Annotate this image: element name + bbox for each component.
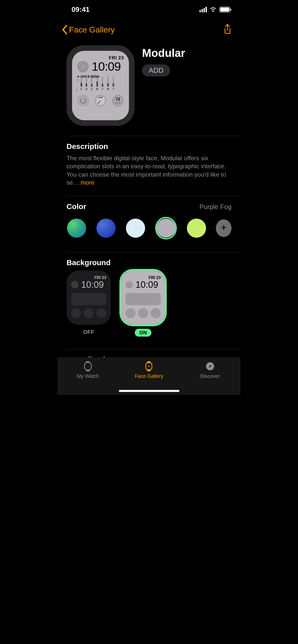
face-title: Modular	[142, 47, 185, 59]
watchface-time: 10:09	[92, 60, 121, 73]
back-label: Face Gallery	[69, 25, 115, 34]
tab-bar: My Watch Face Gallery Discover	[57, 357, 241, 395]
background-option-on[interactable]: FRI 23 10:09 ON	[121, 270, 165, 337]
description-more-link[interactable]: more	[81, 179, 94, 186]
color-swatch-blue[interactable]	[96, 217, 116, 239]
chart-bar: W	[107, 76, 109, 91]
background-heading: Background	[67, 258, 231, 267]
cup-complication: CUP	[94, 95, 107, 107]
chart-bar: S	[91, 76, 93, 91]
back-button[interactable]: Face Gallery	[61, 25, 115, 35]
watch-face-preview: FRI 23 10:09 ➤ UVI 6 HIGH	[67, 45, 135, 126]
color-section: Color Purple Fog +	[57, 196, 241, 252]
timer-complication	[77, 95, 89, 107]
background-option-off[interactable]: FRI 23 10:09 OFF	[67, 270, 111, 337]
location-icon: ➤	[77, 75, 80, 78]
svg-rect-1	[220, 8, 229, 12]
svg-point-7	[84, 362, 91, 371]
color-swatch-light-blue[interactable]	[126, 217, 146, 239]
svg-rect-2	[230, 9, 231, 11]
battery-icon	[219, 7, 231, 12]
svg-rect-11	[147, 361, 151, 363]
chart-bar: T	[102, 76, 103, 91]
svg-rect-8	[86, 361, 90, 363]
activity-rings-icon	[77, 61, 89, 72]
weather-complication: 72 64 88	[112, 95, 124, 107]
color-swatch-purple-fog[interactable]	[155, 217, 177, 239]
status-time: 09:41	[72, 6, 90, 14]
nav-bar: Face Gallery	[57, 16, 241, 41]
color-swatch-lime[interactable]	[186, 217, 206, 239]
chart-bar: M	[96, 76, 98, 91]
color-swatch-row: +	[67, 217, 231, 239]
watch-icon	[83, 361, 92, 371]
svg-rect-9	[86, 370, 90, 371]
tab-my-watch[interactable]: My Watch	[57, 361, 118, 395]
color-heading: Color	[67, 202, 86, 211]
face-gallery-icon	[145, 361, 153, 371]
description-section: Description The most flexible digital-st…	[57, 136, 241, 196]
background-section: Background FRI 23 10:09 OFF FRI 23 10:09	[57, 252, 241, 349]
home-indicator[interactable]	[119, 390, 179, 392]
watchface-uv-chart: 11 0 FSSMTWT	[77, 79, 124, 94]
chart-bar: T	[113, 76, 114, 91]
background-off-label: OFF	[83, 329, 94, 335]
color-swatch-green-gradient[interactable]	[67, 217, 86, 239]
share-button[interactable]	[223, 24, 232, 36]
svg-point-4	[80, 63, 86, 70]
tab-discover[interactable]: Discover	[180, 361, 241, 395]
status-bar: 09:41	[57, 0, 241, 16]
svg-point-5	[81, 65, 84, 68]
wifi-icon	[209, 7, 217, 12]
chart-bar: S	[86, 76, 87, 91]
color-selected-name: Purple Fog	[200, 203, 231, 211]
svg-rect-12	[147, 370, 151, 371]
description-heading: Description	[67, 142, 231, 151]
chart-bar: F	[81, 76, 82, 91]
background-on-label: ON	[135, 329, 151, 337]
cellular-icon	[200, 7, 207, 12]
compass-icon	[206, 361, 215, 371]
svg-point-6	[80, 97, 86, 104]
color-add-button[interactable]: +	[216, 219, 231, 237]
add-button[interactable]: ADD	[142, 64, 170, 76]
